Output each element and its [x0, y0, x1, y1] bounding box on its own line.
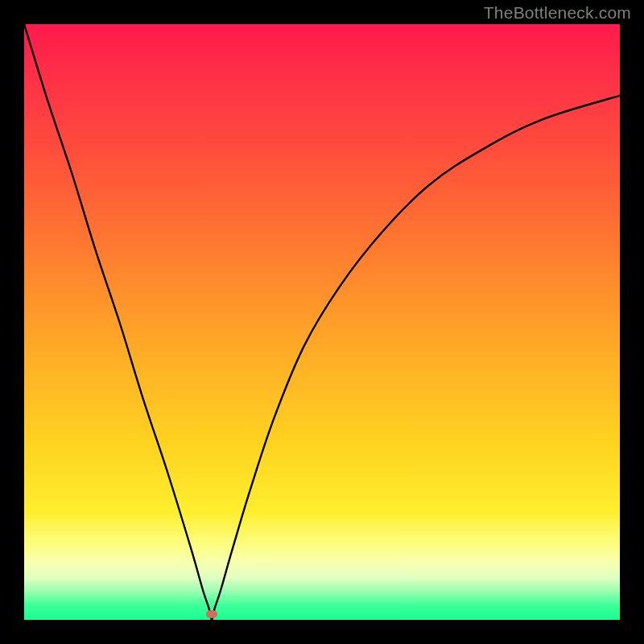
optimal-point-marker: [206, 610, 217, 618]
chart-frame: TheBottleneck.com: [0, 0, 644, 644]
plot-area: [24, 24, 620, 620]
bottleneck-curve: [24, 24, 620, 620]
curve-svg: [24, 24, 620, 620]
watermark-text: TheBottleneck.com: [484, 3, 631, 23]
